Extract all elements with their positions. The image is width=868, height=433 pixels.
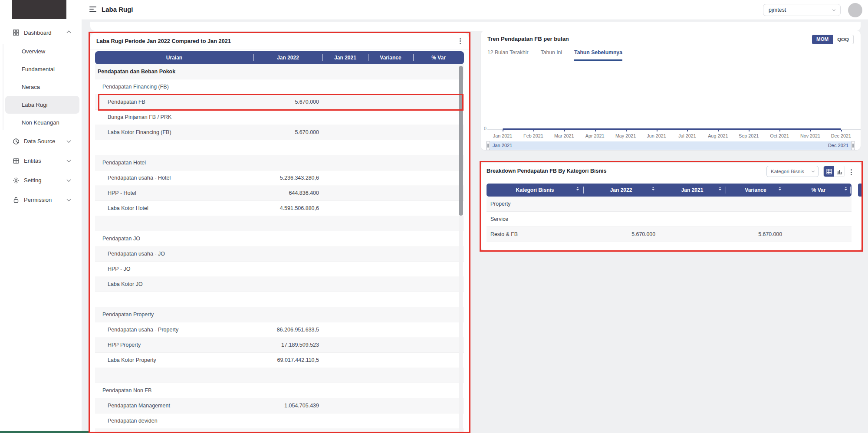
sidebar-item-non-keuangan[interactable]: Non Keuangan — [0, 114, 82, 131]
sidebar-item-overview[interactable]: Overview — [0, 43, 82, 60]
breakdown-row-service[interactable]: Service — [487, 212, 852, 227]
topbar: Laba Rugi pjmtest — [82, 0, 868, 20]
sidebar-item-permission[interactable]: Permission — [0, 190, 82, 210]
table-row[interactable]: Pendapatan usaha - JO — [95, 246, 464, 262]
range-slider-left-handle[interactable] — [486, 141, 490, 150]
column-header-jan-2021[interactable]: Jan 2021 — [322, 51, 368, 64]
kebab-menu-icon[interactable] — [849, 167, 854, 177]
table-row[interactable]: Pendapatan dan Beban Pokok — [95, 64, 464, 79]
table-row[interactable]: Pendapatan usaha - Property86.206.951.63… — [95, 322, 464, 338]
range-slider-right-handle[interactable] — [851, 141, 855, 150]
column-header-variance[interactable]: Variance — [368, 51, 413, 64]
chevron-down-icon — [812, 169, 815, 172]
column-header-uraian[interactable]: Uraian — [95, 51, 253, 64]
table-row[interactable]: Laba Kotor Hotel4.591.506.880,6 — [95, 201, 464, 216]
chevron-down-icon — [67, 197, 71, 201]
sidebar-item-data-source[interactable]: Data Source — [0, 131, 82, 151]
column-header-var[interactable]: % Var — [413, 51, 464, 64]
menu-fold-icon[interactable] — [89, 7, 97, 12]
table-row[interactable]: Laba Kotor Financing (FB)5.670.000 — [95, 125, 464, 140]
jan-2022-value: 69.017.442.110,5 — [253, 353, 322, 368]
breakdown-row-property[interactable]: Property — [487, 197, 852, 212]
table-row[interactable]: HPP - Hotel644.836.400 — [95, 186, 464, 201]
sidebar-item-fundamental[interactable]: Fundamental — [0, 60, 82, 78]
row-label: Pendapatan JO — [95, 231, 140, 246]
sidebar-item-neraca[interactable]: Neraca — [0, 78, 82, 96]
table-scrollbar[interactable] — [459, 65, 463, 433]
tab-tahun-sebelumnya[interactable]: Tahun Sebelumnya — [574, 49, 622, 61]
pl-table-body: Pendapatan dan Beban PokokPendapatan Fin… — [95, 64, 464, 433]
sort-icon[interactable] — [845, 187, 847, 190]
x-axis-label: Oct 2021 — [764, 133, 795, 138]
row-label: Resto & FB — [490, 227, 518, 242]
range-slider[interactable]: Jan 2021 Dec 2021 — [487, 141, 854, 150]
tab-tahun-ini[interactable]: Tahun Ini — [541, 49, 562, 61]
sidebar-item-setting[interactable]: Setting — [0, 171, 82, 190]
sort-icon[interactable] — [652, 187, 654, 190]
avatar[interactable] — [848, 3, 862, 17]
table-row[interactable]: Pendapatan JO — [95, 231, 464, 246]
x-axis-label: Apr 2021 — [580, 133, 610, 138]
table-row[interactable] — [95, 216, 464, 231]
table-row[interactable]: Laba Kotor Property69.017.442.110,5 — [95, 353, 464, 368]
table-row[interactable]: Pendapatan Non FB — [95, 383, 464, 398]
toggle-mom[interactable]: MOM — [812, 35, 833, 44]
column-header-kategori-bisnis[interactable]: Kategori Bisnis — [487, 184, 583, 197]
kategori-bisnis-select-value: Kategori Bisnis — [771, 169, 804, 174]
sort-icon[interactable] — [576, 187, 579, 190]
row-label: Pendapatan Hotel — [95, 155, 146, 171]
table-row[interactable]: Pendapatan Management1.054.705.439 — [95, 398, 464, 413]
table-row[interactable]: HPP Property17.189.509.523 — [95, 338, 464, 353]
table-row[interactable]: Laba Kotor JO — [95, 277, 464, 292]
table-row[interactable] — [95, 292, 464, 307]
x-axis-label: Feb 2021 — [518, 133, 549, 138]
y-axis-zero-label: 0 — [484, 126, 487, 131]
kategori-bisnis-select[interactable]: Kategori Bisnis — [766, 166, 819, 177]
table-row[interactable]: Pendapatan Hotel — [95, 155, 464, 171]
workspace-select[interactable]: pjmtest — [763, 4, 841, 16]
table-row[interactable]: Pendapatan FB5.670.000 — [95, 95, 464, 110]
row-label: Service — [490, 212, 508, 227]
sidebar-item-laba-rugi[interactable]: Laba Rugi — [5, 96, 79, 114]
scrollbar-thumb[interactable] — [459, 66, 463, 216]
table-view-button[interactable] — [824, 166, 834, 177]
x-axis-tick — [503, 130, 503, 131]
tab-12-bulan-terakhir[interactable]: 12 Bulan Terakhir — [487, 49, 529, 61]
column-header-variance[interactable]: Variance — [726, 184, 786, 197]
breakdown-table-header: Kategori BisnisJan 2022Jan 2021Variance%… — [487, 184, 852, 197]
table-row[interactable] — [95, 368, 464, 383]
column-header-jan-2021[interactable]: Jan 2021 — [659, 184, 726, 197]
sidebar-nav: Dashboard OverviewFundamentalNeracaLaba … — [0, 24, 82, 210]
jan-2022-value: 1.054.705.439 — [253, 398, 322, 413]
table-row[interactable]: Pendapatan deviden — [95, 413, 464, 429]
jan-2022-value: 5.236.343.280,6 — [253, 171, 322, 186]
table-row[interactable]: Pendapatan Financing (FB) — [95, 79, 464, 95]
kebab-menu-icon[interactable] — [458, 36, 463, 46]
table-row[interactable]: HPP - JO — [95, 262, 464, 277]
toggle-qoq[interactable]: QOQ — [833, 35, 854, 44]
flat-series-line — [503, 128, 841, 130]
toolbar-strip — [90, 22, 861, 31]
table-row[interactable]: Pendapatan usaha - Hotel5.236.343.280,6 — [95, 171, 464, 186]
row-label: HPP Property — [95, 338, 141, 353]
column-header-jan-2022[interactable]: Jan 2022 — [253, 51, 322, 64]
x-axis-tick — [687, 130, 688, 131]
x-axis-label: Sep 2021 — [733, 133, 764, 138]
sort-icon[interactable] — [719, 187, 721, 190]
column-header-jan-2022[interactable]: Jan 2022 — [583, 184, 659, 197]
table-row[interactable]: Pendapatan Property — [95, 307, 464, 322]
sidebar-item-entitas[interactable]: Entitas — [0, 151, 82, 171]
x-axis-tick — [749, 130, 750, 131]
column-header-var[interactable]: % Var — [786, 184, 852, 197]
breakdown-row-resto-fb[interactable]: Resto & FB5.670.0005.670.000 — [487, 227, 852, 242]
table-row[interactable] — [95, 140, 464, 155]
chart-view-button[interactable] — [834, 166, 845, 177]
x-axis-label: Jun 2021 — [641, 133, 672, 138]
variance-value: 5.670.000 — [726, 227, 786, 242]
x-axis-label: Mar 2021 — [549, 133, 579, 138]
row-label: Pendapatan Property — [95, 307, 154, 322]
sort-icon[interactable] — [779, 187, 781, 190]
sidebar-item-dashboard[interactable]: Dashboard — [0, 24, 82, 41]
row-label: Pendapatan FB — [95, 95, 145, 110]
table-row[interactable]: Bunga Pinjaman FB / PRK — [95, 110, 464, 125]
